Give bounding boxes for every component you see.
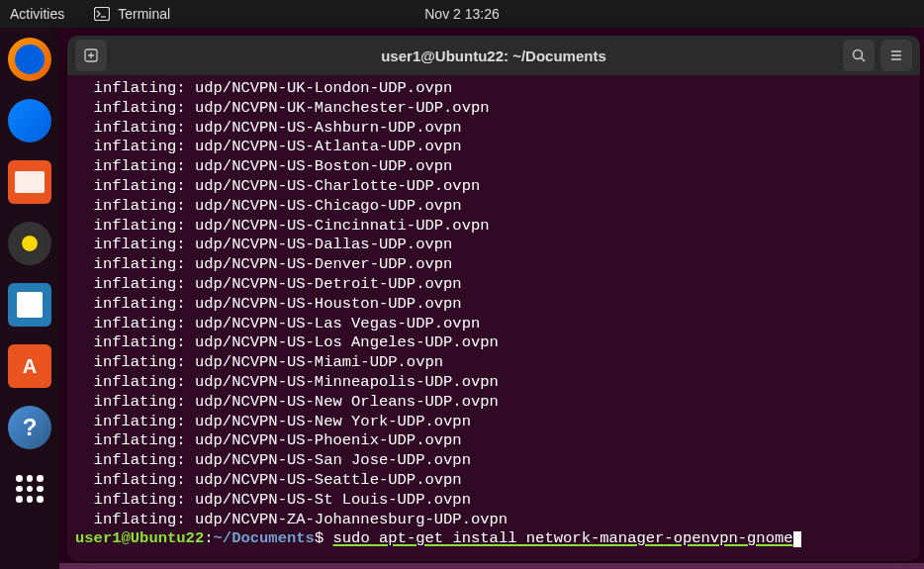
activities-button[interactable]: Activities [10,6,64,22]
gnome-top-bar: Activities Terminal Nov 2 13:26 [0,0,924,28]
terminal-cursor [793,531,801,547]
terminal-output[interactable]: inflating: udp/NCVPN-UK-London-UDP.ovpn … [67,75,920,561]
files-icon[interactable] [8,160,51,204]
svg-point-5 [854,50,863,59]
bottom-panel [59,563,924,569]
firefox-icon[interactable] [8,38,51,81]
window-titlebar: user1@Ubuntu22: ~/Documents [67,36,920,75]
svg-rect-0 [95,8,110,21]
new-tab-icon [84,48,98,62]
thunderbird-icon[interactable] [8,99,51,142]
prompt-command: sudo apt-get install network-manager-ope… [332,529,792,547]
active-app-name: Terminal [118,6,170,22]
show-apps-icon[interactable] [8,467,51,511]
hamburger-menu-button[interactable] [880,40,912,71]
rhythmbox-icon[interactable] [8,222,51,265]
svg-line-6 [862,58,866,62]
prompt-path: ~/Documents [214,529,315,547]
prompt-colon: : [204,529,213,547]
terminal-window: user1@Ubuntu22: ~/Documents inflating: u… [67,36,920,561]
clock[interactable]: Nov 2 13:26 [424,6,500,22]
search-icon [851,47,867,63]
prompt-dollar: $ [315,529,333,547]
hamburger-icon [888,47,904,63]
window-title: user1@Ubuntu22: ~/Documents [381,47,606,64]
ubuntu-software-icon[interactable] [8,344,51,388]
search-button[interactable] [843,40,875,71]
help-icon[interactable]: ? [8,406,51,449]
terminal-app-icon [94,7,110,21]
new-tab-button[interactable] [75,40,107,71]
prompt-userhost: user1@Ubuntu22 [75,529,204,547]
libreoffice-writer-icon[interactable] [8,283,51,327]
active-app-indicator[interactable]: Terminal [94,6,170,22]
dock: ? [0,28,59,569]
